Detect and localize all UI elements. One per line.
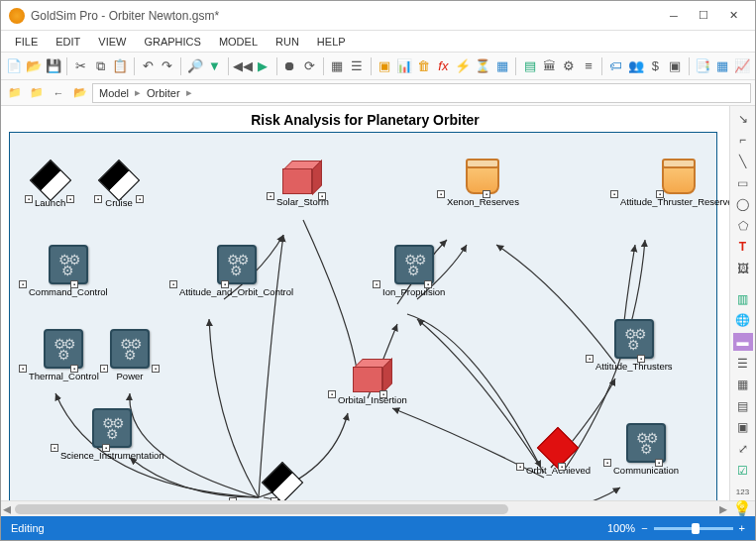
palette-align-icon[interactable]: ☰	[733, 355, 753, 373]
tool-palette: ↘ ⌐ ╲ ▭ ◯ ⬠ T 🖼 ▥ 🌐 ▬ ☰ ▦ ▤ ▣ ⤢ ☑ 123	[729, 106, 755, 500]
text-tool-icon[interactable]: T	[733, 239, 753, 257]
node-chart-icon[interactable]: 📊	[394, 55, 413, 77]
maximize-button[interactable]: ☐	[690, 5, 717, 27]
zoom-control[interactable]: 100% − +	[607, 522, 745, 534]
tag-icon[interactable]: 🏷	[606, 55, 625, 77]
node-orbit-phase-started[interactable]: Orbit_Phase_Started	[239, 468, 327, 500]
zoom-out-icon[interactable]: −	[641, 522, 647, 534]
node-xenon-reserves[interactable]: Xenon_Reserves	[447, 161, 519, 207]
node-event-icon[interactable]: ▣	[375, 55, 393, 77]
arrow-tool-icon[interactable]: ↘	[733, 110, 753, 128]
horizontal-scrollbar[interactable]: ◂ ▸ 💡	[1, 500, 755, 516]
redo-icon[interactable]: ↷	[159, 55, 177, 77]
minimize-button[interactable]: ─	[660, 5, 688, 27]
node-power[interactable]: Power	[110, 329, 150, 381]
report-icon[interactable]: 📑	[693, 55, 711, 77]
run-icon[interactable]: ▶	[254, 55, 272, 77]
node-science-instrumentation[interactable]: Science_Instrumentation	[60, 408, 164, 461]
submodel-icon	[92, 408, 132, 448]
node-communication[interactable]: Communication	[613, 423, 679, 476]
polyline-tool-icon[interactable]: ⌐	[733, 132, 753, 150]
open-icon[interactable]: 📂	[25, 55, 44, 77]
palette-chart-icon[interactable]: ▥	[733, 290, 753, 308]
save-icon[interactable]: 💾	[45, 55, 63, 77]
palette-grid-icon[interactable]: ▦	[733, 376, 753, 393]
new-icon[interactable]: 📄	[5, 55, 24, 77]
menubar: FILE EDIT VIEW GRAPHICS MODEL RUN HELP	[1, 31, 755, 53]
breadcrumb-seg-model[interactable]: Model	[99, 87, 129, 99]
palette-check-icon[interactable]: ☑	[733, 462, 753, 480]
copy-icon[interactable]: ⧉	[91, 55, 110, 77]
zoom-slider[interactable]	[654, 527, 733, 530]
node-attitude-thrusters[interactable]: Attitude_Thrusters	[595, 319, 673, 372]
menu-run[interactable]: RUN	[268, 34, 307, 50]
undo-icon[interactable]: ↶	[139, 55, 158, 77]
node-list-icon[interactable]: ≡	[580, 55, 598, 77]
node-attitude-orbit-control[interactable]: Attitude_and_Orbit_Control	[179, 245, 293, 297]
align-icon[interactable]: ▦	[328, 55, 347, 77]
palette-layer-icon[interactable]: ▬	[733, 333, 753, 351]
menu-graphics[interactable]: GRAPHICS	[136, 34, 208, 50]
close-button[interactable]: ✕	[719, 5, 747, 27]
plot-icon[interactable]: 📈	[732, 55, 751, 77]
node-attitude-thruster-reserves[interactable]: Attitude_Thruster_Reserves	[620, 161, 729, 207]
nav-back-icon[interactable]: ←	[49, 83, 68, 103]
reservoir-icon	[466, 161, 499, 194]
reload-icon[interactable]: ⟳	[300, 55, 319, 77]
nav-folder2-icon[interactable]: 📁	[27, 83, 47, 103]
workarea: Risk Analysis for Planetary Orbiter	[1, 106, 755, 500]
palette-list-icon[interactable]: ▤	[733, 397, 753, 415]
node-fx-icon[interactable]: fx	[434, 55, 453, 77]
paste-icon[interactable]: 📋	[111, 55, 130, 77]
money-icon[interactable]: $	[646, 55, 665, 77]
zoom-in-icon[interactable]: +	[739, 522, 745, 534]
breadcrumb-path[interactable]: Model ▸ Orbiter ▸	[92, 83, 751, 103]
menu-model[interactable]: MODEL	[211, 34, 266, 50]
node-cruise[interactable]: Cruise	[104, 165, 134, 208]
node-bank-icon[interactable]: 🏛	[540, 55, 559, 77]
menu-file[interactable]: FILE	[7, 34, 46, 50]
palette-calendar-icon[interactable]: ▣	[733, 419, 753, 437]
step-back-icon[interactable]: ◀◀	[233, 55, 253, 77]
submodel-icon	[614, 319, 654, 359]
menu-edit[interactable]: EDIT	[48, 34, 88, 50]
ellipse-tool-icon[interactable]: ◯	[733, 195, 753, 213]
node-command-control[interactable]: Command_Control	[29, 245, 108, 297]
rect-tool-icon[interactable]: ▭	[733, 174, 753, 192]
canvas-scroll[interactable]: Risk Analysis for Planetary Orbiter	[1, 106, 729, 500]
node-ion-propulsion[interactable]: Ion_Propulsion	[382, 245, 445, 297]
nav-up-icon[interactable]: 📂	[70, 83, 90, 103]
palette-resize-icon[interactable]: ⤢	[733, 440, 753, 458]
node-table-icon[interactable]: ▤	[520, 55, 539, 77]
menu-help[interactable]: HELP	[309, 34, 354, 50]
overlay-icon[interactable]: ▣	[666, 55, 685, 77]
results-icon[interactable]: ▦	[712, 55, 731, 77]
node-orbital-insertion[interactable]: Orbital_Insertion	[338, 359, 407, 405]
palette-globe-icon[interactable]: 🌐	[733, 312, 753, 330]
node-time-icon[interactable]: ⏳	[474, 55, 492, 77]
node-gear-icon[interactable]: ⚙	[560, 55, 579, 77]
diagram-canvas[interactable]: Risk Analysis for Planetary Orbiter	[1, 106, 729, 500]
node-orbit-achieved[interactable]: Orbit_Achieved	[526, 433, 591, 476]
search-icon[interactable]: 🔎	[185, 55, 204, 77]
node-grid-icon[interactable]: ▦	[492, 55, 511, 77]
window-title: GoldSim Pro - Orbiter Newton.gsm*	[31, 9, 660, 23]
menu-view[interactable]: VIEW	[90, 34, 134, 50]
node-trigger-icon[interactable]: ⚡	[454, 55, 473, 77]
filter-icon[interactable]: ▼	[205, 55, 224, 77]
breadcrumb-seg-orbiter[interactable]: Orbiter	[147, 87, 180, 99]
distribute-icon[interactable]: ☰	[348, 55, 367, 77]
node-container-icon[interactable]: 🗑	[414, 55, 433, 77]
image-tool-icon[interactable]: 🖼	[733, 260, 753, 277]
node-solar-storm[interactable]: Solar_Storm	[276, 161, 329, 207]
line-tool-icon[interactable]: ╲	[733, 153, 753, 170]
polygon-tool-icon[interactable]: ⬠	[733, 217, 753, 235]
submodel-icon	[217, 245, 257, 284]
nav-folder1-icon[interactable]: 📁	[5, 83, 25, 103]
record-icon[interactable]: ⏺	[280, 55, 299, 77]
palette-num-icon[interactable]: 123	[733, 483, 753, 500]
cut-icon[interactable]: ✂	[71, 55, 90, 77]
people-icon[interactable]: 👥	[626, 55, 645, 77]
node-launch[interactable]: Launch	[35, 165, 65, 208]
node-thermal-control[interactable]: Thermal_Control	[29, 329, 99, 381]
